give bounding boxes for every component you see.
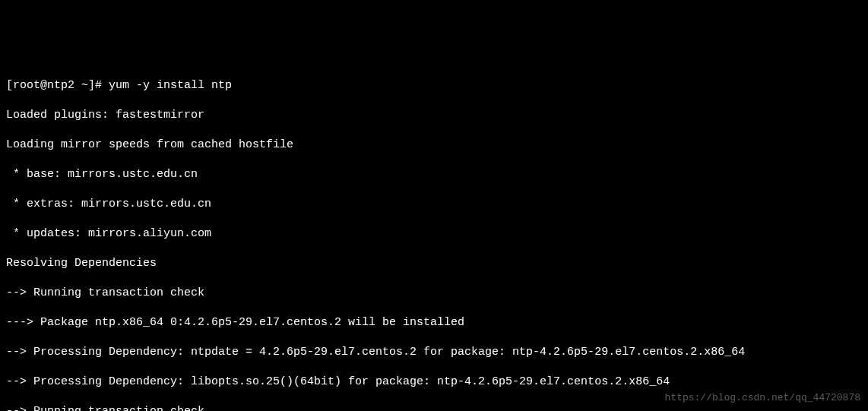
output-line: * updates: mirrors.aliyun.com bbox=[6, 226, 862, 242]
watermark: https://blog.csdn.net/qq_44720878 bbox=[665, 392, 860, 405]
output-line: * base: mirrors.ustc.edu.cn bbox=[6, 167, 862, 182]
output-line: Loaded plugins: fastestmirror bbox=[6, 108, 862, 123]
output-line: Loading mirror speeds from cached hostfi… bbox=[6, 138, 862, 153]
command-line: [root@ntp2 ~]# yum -y install ntp bbox=[6, 78, 862, 93]
output-line: --> Processing Dependency: libopts.so.25… bbox=[6, 375, 862, 390]
output-line: ---> Package ntp.x86_64 0:4.2.6p5-29.el7… bbox=[6, 315, 862, 330]
terminal-output[interactable]: [root@ntp2 ~]# yum -y install ntp Loaded… bbox=[6, 63, 862, 411]
command-text: yum -y install ntp bbox=[109, 79, 232, 92]
output-line: --> Processing Dependency: ntpdate = 4.2… bbox=[6, 345, 862, 360]
output-line: Resolving Dependencies bbox=[6, 256, 862, 271]
shell-prompt: [root@ntp2 ~]# bbox=[6, 79, 109, 92]
output-line: * extras: mirrors.ustc.edu.cn bbox=[6, 197, 862, 212]
output-line: --> Running transaction check bbox=[6, 286, 862, 301]
